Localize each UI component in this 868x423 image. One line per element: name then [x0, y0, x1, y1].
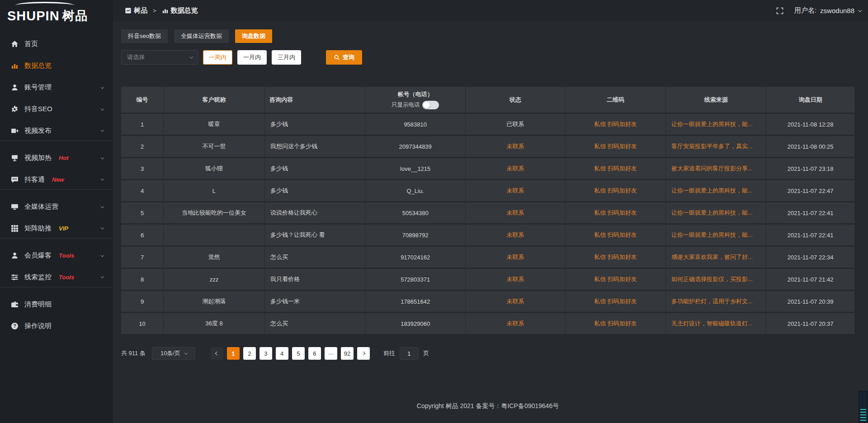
cell-qrcode-link[interactable]: 私信 扫码加好友	[566, 158, 666, 179]
goto-page-input[interactable]	[400, 347, 419, 360]
sidebar-item-label: 矩阵助推	[24, 224, 52, 233]
cell-source-link[interactable]: 让你一眼就爱上的黑科技，能...	[666, 225, 766, 245]
cell-nickname: 觉然	[164, 247, 265, 268]
cell-content: 怎么买	[265, 313, 365, 334]
page-button[interactable]: 1	[227, 347, 240, 360]
range-button[interactable]: 一月内	[237, 50, 267, 65]
cell-account: 178651642	[365, 291, 466, 312]
sidebar-item-label: 会员爆客	[24, 251, 52, 260]
cell-nickname: 当地比较能吃的一位美女	[164, 202, 265, 223]
phone-only-toggle[interactable]	[422, 101, 439, 109]
cell-qrcode-link[interactable]: 私信 扫码加好友	[566, 180, 666, 201]
floating-widget[interactable]	[859, 391, 868, 423]
cell-status: 未联系	[466, 158, 566, 179]
sidebar-item[interactable]: 全媒体运营	[0, 197, 113, 217]
cell-qrcode-link[interactable]: 私信 扫码加好友	[566, 247, 666, 268]
query-button-label: 查询	[343, 53, 354, 61]
cell-date: 2021-11-07 20:37	[766, 313, 854, 334]
sidebar-item[interactable]: 抖音SEO	[0, 99, 113, 119]
page-button[interactable]: 6	[308, 347, 321, 360]
cell-source-link[interactable]: 被大家追着问的客厅投影分享...	[666, 158, 766, 179]
cell-source-link[interactable]: 感谢大家喜欢我家，被问了好...	[666, 247, 766, 268]
cell-source-link[interactable]: 让你一眼就爱上的黑科技，能...	[666, 114, 766, 135]
cell-account: 70898792	[365, 225, 466, 245]
tab[interactable]: 抖音seo数据	[121, 29, 168, 43]
page-size-select[interactable]: 10条/页	[152, 347, 195, 360]
tab[interactable]: 全媒体运营数据	[174, 29, 229, 43]
chevron-down-icon	[100, 226, 104, 229]
cell-source-link[interactable]: 客厅安装投影半年多了，真实...	[666, 136, 766, 157]
cell-account: 917024162	[365, 247, 466, 268]
page-button[interactable]: 4	[276, 347, 288, 360]
status-badge: 未联系	[507, 298, 524, 305]
cell-qrcode-link[interactable]: 私信 扫码加好友	[566, 291, 666, 312]
cell-date: 2021-11-08 00:25	[766, 136, 854, 157]
cell-qrcode-link[interactable]: 私信 扫码加好友	[566, 313, 666, 334]
cell-source-link[interactable]: 无主灯设计，智能磁吸轨道灯...	[666, 313, 766, 334]
page-button[interactable]: 2	[243, 347, 256, 360]
table-row: 4 L 多少钱 Q_Liu. 未联系 私信 扫码加好友 让你一眼就爱上的黑科技，…	[121, 180, 854, 201]
sidebar-item[interactable]: 线索监控 Tools	[0, 267, 113, 287]
col-id: 编号	[121, 87, 164, 113]
status-badge: 未联系	[507, 254, 524, 260]
cell-source-link[interactable]: 如何正确选择投影仪，买投影...	[666, 269, 766, 290]
cell-source-link[interactable]: 让你一眼就爱上的黑科技，能...	[666, 202, 766, 223]
cell-id: 1	[121, 114, 164, 135]
username-label: 用户名:	[794, 6, 816, 15]
sidebar-item[interactable]: 首页	[0, 34, 113, 54]
col-account: 帐号（电话） 只显示电话	[365, 87, 466, 113]
page-button[interactable]: ···	[325, 347, 337, 360]
col-status: 状态	[466, 87, 566, 113]
cell-qrcode-link[interactable]: 私信 扫码加好友	[566, 225, 666, 245]
sidebar-item[interactable]: 数据总览	[0, 56, 113, 76]
user-menu[interactable]: 用户名: zswodun88	[794, 6, 861, 15]
cell-date: 2021-11-07 22:41	[766, 202, 854, 223]
goto-label: 前往	[383, 349, 395, 357]
cell-content: 我只看价格	[265, 269, 365, 290]
sidebar-item-label: 视频加热	[24, 154, 52, 162]
cell-status: 未联系	[466, 247, 566, 268]
cell-source-link[interactable]: 多功能护栏灯，适用于乡村文...	[666, 291, 766, 312]
sidebar-item[interactable]: 消费明细	[0, 294, 113, 315]
page-button[interactable]: 5	[292, 347, 305, 360]
cell-qrcode-link[interactable]: 私信 扫码加好友	[566, 136, 666, 157]
chevron-down-icon	[189, 55, 193, 58]
sidebar-item[interactable]: 会员爆客 Tools	[0, 245, 113, 266]
next-page-button[interactable]	[357, 347, 370, 360]
range-button[interactable]: 三月内	[272, 50, 301, 65]
sidebar-item[interactable]: 矩阵助推 VIP	[0, 218, 113, 239]
cell-nickname: L	[164, 180, 265, 201]
cell-content: 多少钱	[265, 158, 365, 179]
page-button[interactable]: 3	[259, 347, 272, 360]
fullscreen-icon[interactable]	[776, 7, 783, 14]
cell-nickname	[164, 225, 265, 245]
table-row: 6 多少钱？让我死心 看 70898792 未联系 私信 扫码加好友 让你一眼就…	[121, 225, 854, 245]
prev-page-button[interactable]	[211, 347, 223, 360]
cell-nickname: 暖章	[164, 114, 265, 135]
page-buttons: 1 2 3 4 5 6 ···	[227, 347, 354, 360]
cell-qrcode-link[interactable]: 私信 扫码加好友	[566, 202, 666, 223]
status-badge: 未联系	[507, 209, 524, 216]
sidebar-item[interactable]: 账号管理	[0, 77, 113, 98]
cell-id: 3	[121, 158, 164, 179]
sidebar-item[interactable]: 抖客通 New	[0, 169, 113, 190]
range-button[interactable]: 一周内	[203, 50, 232, 65]
tab[interactable]: 询盘数据	[235, 29, 272, 43]
cell-qrcode-link[interactable]: 私信 扫码加好友	[566, 269, 666, 290]
cell-status: 未联系	[466, 202, 566, 223]
username-value: zswodun88	[820, 7, 854, 14]
breadcrumb-root[interactable]: 树品	[134, 6, 147, 15]
chevron-right-icon	[362, 352, 365, 355]
query-button[interactable]: 查询	[326, 50, 362, 65]
sidebar-item[interactable]: 视频加热 Hot	[0, 148, 113, 168]
cell-status: 未联系	[466, 269, 566, 290]
cell-status: 未联系	[466, 225, 566, 245]
sidebar-item[interactable]: 视频发布	[0, 121, 113, 141]
sidebar-item[interactable]: ? 操作说明	[0, 316, 113, 336]
page-button[interactable]: 92	[341, 347, 354, 360]
cell-qrcode-link[interactable]: 私信 扫码加好友	[566, 114, 666, 135]
logo-text-en: SHUPIN	[7, 9, 60, 24]
cell-source-link[interactable]: 让你一眼就爱上的黑科技，能...	[666, 180, 766, 201]
topbar: 树品 > 数据总览 用户名: zswodun88	[113, 0, 868, 21]
filter-select[interactable]: 请选择	[121, 50, 198, 65]
